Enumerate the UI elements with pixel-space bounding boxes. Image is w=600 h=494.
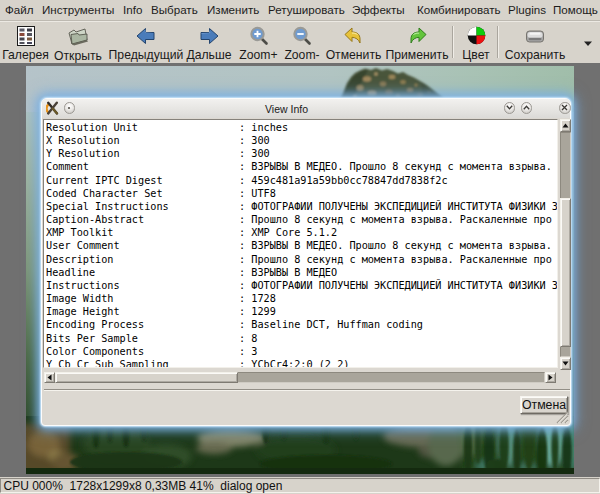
- chevron-down-icon: [506, 105, 513, 110]
- menu-item[interactable]: Помощь: [553, 3, 598, 16]
- metadata-key: Coded Character Set: [46, 187, 163, 200]
- metadata-row[interactable]: Special Instructions : ФОТОГРАФИИ ПОЛУЧЕ…: [44, 200, 557, 213]
- metadata-value: : ФОТОГРАФИИ ПОЛУЧЕНЫ ЭКСПЕДИЦИЕЙ ИНСТИТ…: [239, 279, 558, 292]
- color-button[interactable]: Цвет: [458, 23, 494, 62]
- menu-item[interactable]: Plugins: [508, 3, 546, 16]
- open-folder-icon: [66, 25, 90, 47]
- gallery-button[interactable]: Галерея: [2, 23, 49, 62]
- close-icon: [561, 104, 568, 111]
- toolbar-overflow-button[interactable]: [583, 40, 593, 47]
- chevron-up-icon: [523, 105, 530, 110]
- redo-button[interactable]: Применить: [386, 23, 448, 62]
- menu-item[interactable]: Комбинировать: [417, 3, 501, 16]
- metadata-value: : 1728: [239, 292, 276, 305]
- metadata-value: : 300: [239, 134, 270, 147]
- save-disk-icon: [523, 25, 547, 46]
- triangle-left-icon: [47, 374, 52, 381]
- metadata-row[interactable]: Bits Per Sample : 8: [44, 332, 557, 345]
- metadata-key: Instructions: [46, 279, 120, 292]
- gallery-icon: [16, 25, 36, 46]
- zoom-out-icon: [292, 25, 312, 46]
- metadata-key: Description: [46, 253, 113, 266]
- close-button[interactable]: [559, 102, 571, 114]
- metadata-row[interactable]: Caption-Abstract : Прошло 8 секунд с мом…: [44, 213, 557, 226]
- next-button[interactable]: Дальше: [184, 23, 234, 62]
- metadata-row[interactable]: Image Width : 1728: [44, 292, 557, 305]
- metadata-row[interactable]: Color Components : 3: [44, 345, 557, 358]
- metadata-key: Current IPTC Digest: [46, 174, 163, 187]
- metadata-row[interactable]: Headline : ВЗРЫВЫ В МЕДЕО: [44, 266, 557, 279]
- toolbar-separator: [497, 26, 499, 58]
- menu-item[interactable]: Инструменты: [42, 3, 114, 16]
- redo-icon: [406, 25, 428, 46]
- metadata-row[interactable]: X Resolution : 300: [44, 134, 557, 147]
- metadata-value: : UTF8: [239, 187, 276, 200]
- triangle-up-icon: [562, 123, 569, 128]
- menu-item[interactable]: Эффекты: [352, 3, 405, 16]
- menu-item[interactable]: Info: [123, 3, 142, 16]
- app-icon: [46, 101, 59, 115]
- metadata-row[interactable]: User Comment : ВЗРЫВЫ В МЕДЕО. Прошло 8 …: [44, 239, 557, 252]
- zoom-in-button[interactable]: Zoom+: [235, 23, 282, 62]
- previous-button[interactable]: Предыдущий: [109, 23, 183, 62]
- menu-bar: ФайлИнструментыInfoВыбратьИзменитьРетуши…: [0, 0, 600, 20]
- metadata-value: : YCbCr4:2:0 (2 2): [239, 358, 349, 368]
- hscroll-thumb[interactable]: [55, 372, 238, 383]
- metadata-key: Y Resolution: [46, 147, 120, 160]
- scroll-down-button[interactable]: [560, 357, 571, 370]
- metadata-list[interactable]: Resolution Unit : inches X Resolution : …: [43, 119, 558, 368]
- metadata-key: XMP Toolkit: [46, 226, 113, 239]
- metadata-value: : ФОТОГРАФИИ ПОЛУЧЕНЫ ЭКСПЕДИЦИЕЙ ИНСТИТ…: [239, 200, 558, 213]
- vscroll-thumb[interactable]: [560, 198, 571, 347]
- maximize-button[interactable]: [521, 102, 533, 114]
- open-button[interactable]: Открыть: [52, 23, 104, 62]
- toolbar-separator: [452, 26, 454, 58]
- metadata-row[interactable]: Instructions : ФОТОГРАФИИ ПОЛУЧЕНЫ ЭКСПЕ…: [44, 279, 557, 292]
- metadata-value: : ВЗРЫВЫ В МЕДЕО. Прошло 8 секунд с моме…: [239, 160, 552, 173]
- metadata-value: : Прошло 8 секунд с момента взрыва. Раск…: [239, 213, 552, 226]
- metadata-key: Image Width: [46, 292, 113, 305]
- undo-button-label: Отменить: [326, 48, 382, 62]
- metadata-value: : ВЗРЫВЫ В МЕДЕО. Прошло 8 секунд с моме…: [239, 239, 552, 252]
- metadata-value: : 3: [239, 345, 257, 358]
- metadata-row[interactable]: Resolution Unit : inches: [44, 121, 557, 134]
- metadata-row[interactable]: Current IPTC Digest : 459c481a91a59bb0cc…: [44, 174, 557, 187]
- metadata-value: : 300: [239, 147, 270, 160]
- menu-item[interactable]: Файл: [5, 3, 34, 16]
- metadata-row[interactable]: Y Resolution : 300: [44, 147, 557, 160]
- metadata-row[interactable]: Encoding Process : Baseline DCT, Huffman…: [44, 318, 557, 331]
- sticky-dot-icon: [67, 106, 71, 110]
- metadata-key: User Comment: [46, 239, 120, 252]
- arrow-left-icon: [135, 25, 157, 46]
- dialog-titlebar[interactable]: View Info: [42, 99, 570, 118]
- scroll-right-button[interactable]: [545, 372, 556, 383]
- status-text: CPU 000% 1728x1299x8 0,33MB 41% dialog o…: [1, 479, 282, 493]
- sticky-button[interactable]: [64, 102, 76, 114]
- metadata-key: Caption-Abstract: [46, 213, 144, 226]
- metadata-row[interactable]: XMP Toolkit : XMP Core 5.1.2: [44, 226, 557, 239]
- metadata-row[interactable]: Coded Character Set : UTF8: [44, 187, 557, 200]
- scroll-left-button[interactable]: [44, 372, 55, 383]
- metadata-key: Color Components: [46, 345, 144, 358]
- save-button[interactable]: Сохранить: [505, 23, 565, 62]
- previous-button-label: Предыдущий: [109, 48, 184, 62]
- metadata-key: Image Height: [46, 305, 120, 318]
- menu-item[interactable]: Изменить: [207, 3, 259, 16]
- undo-button[interactable]: Отменить: [324, 23, 383, 62]
- menu-item[interactable]: Выбрать: [151, 3, 198, 16]
- scroll-up-button[interactable]: [560, 119, 571, 132]
- zoom-in-button-label: Zoom+: [239, 48, 277, 62]
- shade-button[interactable]: [504, 102, 516, 114]
- metadata-key: Encoding Process: [46, 318, 144, 331]
- metadata-key: Y Cb Cr Sub Sampling: [46, 358, 169, 368]
- resize-grip[interactable]: [554, 409, 569, 424]
- menu-item[interactable]: Ретушировать: [268, 3, 345, 16]
- zoom-out-button[interactable]: Zoom-: [279, 23, 325, 62]
- metadata-value: : 8: [239, 332, 257, 345]
- metadata-row[interactable]: Y Cb Cr Sub Sampling : YCbCr4:2:0 (2 2): [44, 358, 557, 368]
- metadata-value: : Baseline DCT, Huffman coding: [239, 318, 423, 331]
- metadata-row[interactable]: Image Height : 1299: [44, 305, 557, 318]
- metadata-row[interactable]: Comment : ВЗРЫВЫ В МЕДЕО. Прошло 8 секун…: [44, 160, 557, 173]
- dialog-title: View Info: [265, 103, 308, 115]
- metadata-row[interactable]: Description : Прошло 8 секунд с момента …: [44, 253, 557, 266]
